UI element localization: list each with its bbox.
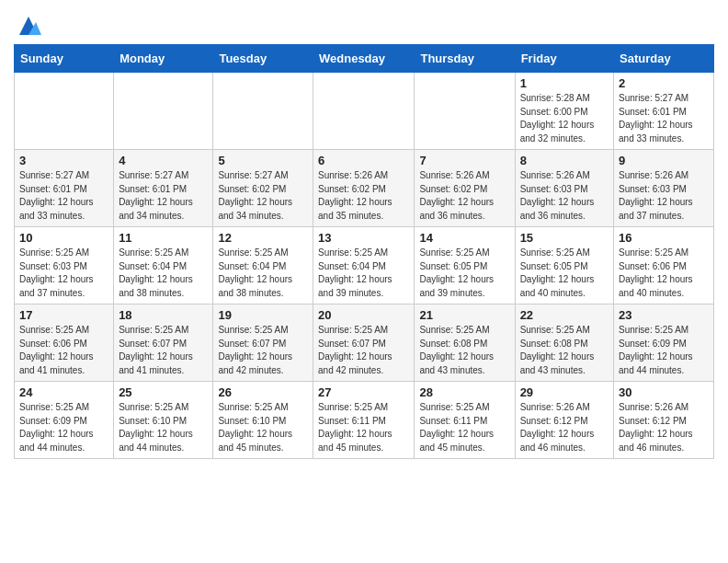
day-info: Sunrise: 5:25 AMSunset: 6:11 PMDaylight:… [318, 401, 409, 454]
day-cell: 1Sunrise: 5:28 AMSunset: 6:00 PMDaylight… [515, 73, 613, 150]
day-info: Sunrise: 5:25 AMSunset: 6:06 PMDaylight:… [619, 247, 709, 300]
day-cell: 12Sunrise: 5:25 AMSunset: 6:04 PMDayligh… [213, 227, 313, 304]
day-cell: 7Sunrise: 5:26 AMSunset: 6:02 PMDaylight… [415, 150, 515, 227]
day-number: 21 [419, 308, 509, 322]
day-number: 18 [119, 308, 208, 322]
week-row-2: 3Sunrise: 5:27 AMSunset: 6:01 PMDaylight… [15, 150, 714, 227]
day-info: Sunrise: 5:27 AMSunset: 6:01 PMDaylight:… [119, 169, 208, 223]
day-info: Sunrise: 5:25 AMSunset: 6:07 PMDaylight:… [318, 324, 409, 377]
day-number: 25 [119, 385, 208, 399]
day-cell [415, 73, 515, 150]
day-cell: 5Sunrise: 5:27 AMSunset: 6:02 PMDaylight… [213, 150, 313, 227]
day-cell: 16Sunrise: 5:25 AMSunset: 6:06 PMDayligh… [614, 227, 714, 304]
day-number: 26 [218, 385, 308, 399]
day-info: Sunrise: 5:26 AMSunset: 6:03 PMDaylight:… [619, 169, 709, 223]
day-cell: 27Sunrise: 5:25 AMSunset: 6:11 PMDayligh… [313, 382, 415, 459]
day-cell: 20Sunrise: 5:25 AMSunset: 6:07 PMDayligh… [313, 304, 415, 382]
day-info: Sunrise: 5:25 AMSunset: 6:03 PMDaylight:… [19, 247, 108, 300]
day-number: 4 [119, 154, 208, 167]
logo-icon [16, 13, 41, 39]
day-info: Sunrise: 5:26 AMSunset: 6:03 PMDaylight:… [520, 169, 609, 223]
day-cell: 25Sunrise: 5:25 AMSunset: 6:10 PMDayligh… [114, 382, 213, 459]
weekday-friday: Friday [515, 45, 613, 73]
day-number: 12 [218, 231, 308, 245]
day-number: 20 [318, 308, 409, 322]
day-number: 13 [318, 231, 409, 245]
weekday-monday: Monday [114, 45, 213, 73]
day-cell: 6Sunrise: 5:26 AMSunset: 6:02 PMDaylight… [313, 150, 415, 227]
day-cell [114, 73, 213, 150]
day-cell: 22Sunrise: 5:25 AMSunset: 6:08 PMDayligh… [515, 304, 613, 382]
week-row-1: 1Sunrise: 5:28 AMSunset: 6:00 PMDaylight… [15, 73, 714, 150]
day-number: 8 [520, 154, 609, 167]
day-cell: 29Sunrise: 5:26 AMSunset: 6:12 PMDayligh… [515, 382, 613, 459]
day-info: Sunrise: 5:26 AMSunset: 6:12 PMDaylight:… [520, 401, 609, 454]
day-info: Sunrise: 5:25 AMSunset: 6:05 PMDaylight:… [520, 247, 609, 300]
day-cell: 24Sunrise: 5:25 AMSunset: 6:09 PMDayligh… [15, 382, 114, 459]
day-number: 17 [19, 308, 108, 322]
week-row-3: 10Sunrise: 5:25 AMSunset: 6:03 PMDayligh… [15, 227, 714, 304]
day-cell: 9Sunrise: 5:26 AMSunset: 6:03 PMDaylight… [614, 150, 714, 227]
header [14, 9, 714, 39]
day-number: 28 [419, 385, 509, 399]
day-info: Sunrise: 5:25 AMSunset: 6:06 PMDaylight:… [19, 324, 108, 377]
day-cell: 23Sunrise: 5:25 AMSunset: 6:09 PMDayligh… [614, 304, 714, 382]
day-cell: 4Sunrise: 5:27 AMSunset: 6:01 PMDaylight… [114, 150, 213, 227]
day-info: Sunrise: 5:28 AMSunset: 6:00 PMDaylight:… [520, 92, 609, 145]
day-info: Sunrise: 5:27 AMSunset: 6:01 PMDaylight:… [19, 169, 108, 223]
day-number: 16 [619, 231, 709, 245]
day-number: 10 [19, 231, 108, 245]
day-number: 30 [619, 385, 709, 399]
day-cell: 26Sunrise: 5:25 AMSunset: 6:10 PMDayligh… [213, 382, 313, 459]
day-cell: 8Sunrise: 5:26 AMSunset: 6:03 PMDaylight… [515, 150, 613, 227]
day-cell: 3Sunrise: 5:27 AMSunset: 6:01 PMDaylight… [15, 150, 114, 227]
day-cell: 30Sunrise: 5:26 AMSunset: 6:12 PMDayligh… [614, 382, 714, 459]
day-cell: 28Sunrise: 5:25 AMSunset: 6:11 PMDayligh… [415, 382, 515, 459]
day-cell [313, 73, 415, 150]
day-info: Sunrise: 5:25 AMSunset: 6:04 PMDaylight:… [218, 247, 308, 300]
day-number: 3 [19, 154, 108, 167]
day-info: Sunrise: 5:25 AMSunset: 6:08 PMDaylight:… [520, 324, 609, 377]
day-number: 22 [520, 308, 609, 322]
day-number: 2 [619, 76, 709, 90]
day-info: Sunrise: 5:25 AMSunset: 6:10 PMDaylight:… [218, 401, 308, 454]
day-cell: 15Sunrise: 5:25 AMSunset: 6:05 PMDayligh… [515, 227, 613, 304]
day-cell: 18Sunrise: 5:25 AMSunset: 6:07 PMDayligh… [114, 304, 213, 382]
day-number: 7 [419, 154, 509, 167]
day-info: Sunrise: 5:27 AMSunset: 6:01 PMDaylight:… [619, 92, 709, 145]
day-info: Sunrise: 5:26 AMSunset: 6:02 PMDaylight:… [419, 169, 509, 223]
day-cell [213, 73, 313, 150]
day-info: Sunrise: 5:25 AMSunset: 6:09 PMDaylight:… [19, 401, 108, 454]
day-number: 24 [19, 385, 108, 399]
day-number: 27 [318, 385, 409, 399]
weekday-header-row: SundayMondayTuesdayWednesdayThursdayFrid… [15, 45, 714, 73]
day-info: Sunrise: 5:25 AMSunset: 6:04 PMDaylight:… [318, 247, 409, 300]
logo [14, 17, 41, 39]
day-info: Sunrise: 5:25 AMSunset: 6:07 PMDaylight:… [119, 324, 208, 377]
day-cell: 14Sunrise: 5:25 AMSunset: 6:05 PMDayligh… [415, 227, 515, 304]
day-cell: 10Sunrise: 5:25 AMSunset: 6:03 PMDayligh… [15, 227, 114, 304]
day-cell: 21Sunrise: 5:25 AMSunset: 6:08 PMDayligh… [415, 304, 515, 382]
weekday-wednesday: Wednesday [313, 45, 415, 73]
week-row-4: 17Sunrise: 5:25 AMSunset: 6:06 PMDayligh… [15, 304, 714, 382]
day-cell: 17Sunrise: 5:25 AMSunset: 6:06 PMDayligh… [15, 304, 114, 382]
day-number: 9 [619, 154, 709, 167]
day-info: Sunrise: 5:25 AMSunset: 6:05 PMDaylight:… [419, 247, 509, 300]
day-cell: 11Sunrise: 5:25 AMSunset: 6:04 PMDayligh… [114, 227, 213, 304]
day-info: Sunrise: 5:25 AMSunset: 6:10 PMDaylight:… [119, 401, 208, 454]
day-number: 14 [419, 231, 509, 245]
day-cell: 19Sunrise: 5:25 AMSunset: 6:07 PMDayligh… [213, 304, 313, 382]
day-number: 11 [119, 231, 208, 245]
day-number: 29 [520, 385, 609, 399]
weekday-saturday: Saturday [614, 45, 714, 73]
day-info: Sunrise: 5:25 AMSunset: 6:07 PMDaylight:… [218, 324, 308, 377]
day-number: 1 [520, 76, 609, 90]
weekday-thursday: Thursday [415, 45, 515, 73]
day-cell: 2Sunrise: 5:27 AMSunset: 6:01 PMDaylight… [614, 73, 714, 150]
weekday-tuesday: Tuesday [213, 45, 313, 73]
day-cell [15, 73, 114, 150]
day-info: Sunrise: 5:25 AMSunset: 6:08 PMDaylight:… [419, 324, 509, 377]
day-number: 23 [619, 308, 709, 322]
calendar: SundayMondayTuesdayWednesdayThursdayFrid… [14, 44, 714, 459]
day-number: 5 [218, 154, 308, 167]
